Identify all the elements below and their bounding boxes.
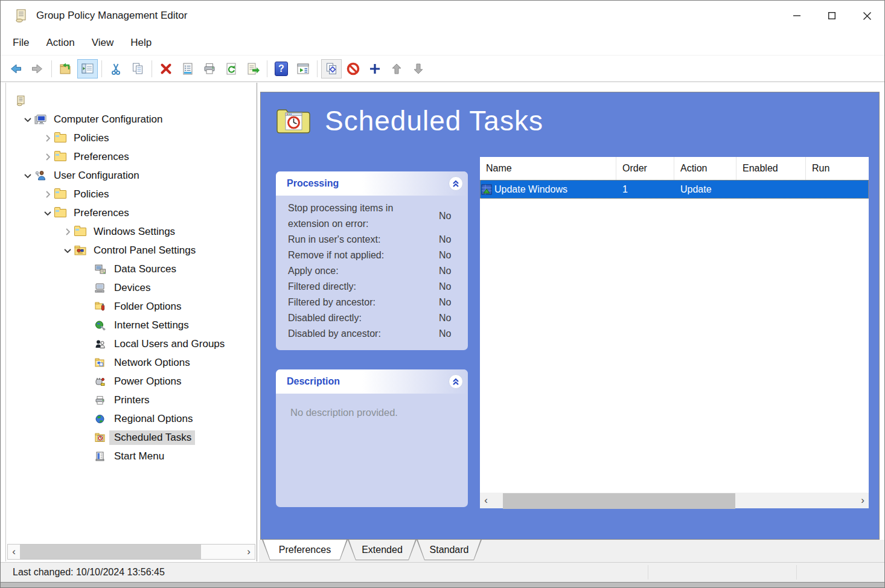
tree-item-local-users-and-groups[interactable]: Local Users and Groups: [7, 334, 255, 353]
column-header-run[interactable]: Run: [806, 157, 869, 180]
show-console-tree-icon[interactable]: [77, 59, 98, 78]
processing-value: No: [439, 248, 459, 263]
menu-file[interactable]: File: [1, 31, 37, 55]
scroll-thumb[interactable]: [20, 545, 201, 559]
chevron-right-icon[interactable]: [61, 226, 74, 238]
chevron-down-icon[interactable]: [21, 170, 34, 182]
tree-item-preferences-computer[interactable]: Preferences: [7, 147, 255, 166]
description-panel: Description No description provided.: [276, 369, 468, 507]
column-header-name[interactable]: Name: [480, 157, 616, 180]
properties-icon[interactable]: [177, 59, 198, 78]
printers-icon: [95, 395, 109, 406]
new-window-icon[interactable]: [293, 59, 313, 78]
menu-help[interactable]: Help: [122, 31, 160, 55]
collapse-chevron-icon[interactable]: [449, 176, 463, 191]
tree-item-label: Preferences: [74, 151, 129, 163]
scroll-left-arrow[interactable]: ‹: [480, 493, 492, 508]
delete-icon[interactable]: [156, 59, 176, 78]
window-title: Group Policy Management Editor: [36, 10, 187, 22]
tree-item-label: Local Users and Groups: [114, 338, 225, 350]
processing-label: Disabled directly:: [288, 310, 439, 326]
chevron-right-icon[interactable]: [41, 188, 54, 200]
data-sources-icon: [95, 264, 109, 275]
tree-item-label: Start Menu: [114, 450, 164, 462]
xml-view-icon[interactable]: [321, 59, 342, 78]
tab-extended[interactable]: Extended: [348, 540, 417, 560]
table-row-update-windows[interactable]: Update Windows 1 Update: [480, 180, 869, 199]
pane-title: Scheduled Tasks: [325, 104, 543, 137]
tree-item-regional-options[interactable]: Regional Options: [7, 409, 255, 428]
tree-item-policies-user[interactable]: Policies: [7, 185, 255, 203]
processing-value: No: [439, 208, 459, 224]
chevron-down-icon[interactable]: [41, 207, 54, 219]
tree-item-preferences-user[interactable]: Preferences: [7, 203, 255, 222]
tree-item-user-configuration[interactable]: User Configuration: [7, 166, 255, 185]
menu-view[interactable]: View: [83, 31, 123, 55]
processing-label: Filtered by ancestor:: [288, 295, 439, 310]
column-header-order[interactable]: Order: [616, 157, 674, 180]
chevron-down-icon[interactable]: [21, 113, 34, 126]
move-down-icon[interactable]: [408, 59, 429, 78]
chevron-right-icon[interactable]: [41, 132, 54, 144]
tree-item-label: Regional Options: [114, 413, 193, 425]
export-list-icon[interactable]: [243, 59, 263, 78]
chevron-down-icon[interactable]: [61, 244, 74, 257]
tree-item-label: Printers: [114, 394, 150, 406]
title-bar: Group Policy Management Editor: [1, 1, 884, 31]
tree-item-gpo-root[interactable]: [7, 91, 255, 110]
status-bar: Last changed: 10/10/2024 13:56:45: [1, 562, 884, 582]
tree-item-control-panel-settings[interactable]: Control Panel Settings: [7, 241, 255, 260]
column-header-enabled[interactable]: Enabled: [736, 157, 806, 180]
processing-value: No: [439, 295, 459, 310]
tree-item-devices[interactable]: Devices: [7, 278, 255, 297]
tree-item-windows-settings[interactable]: Windows Settings: [7, 222, 255, 241]
help-icon[interactable]: ?: [271, 59, 292, 78]
forward-icon[interactable]: [27, 59, 48, 78]
tree-item-printers[interactable]: Printers: [7, 391, 255, 409]
minimize-button[interactable]: [779, 1, 814, 31]
tree-item-computer-configuration[interactable]: Computer Configuration: [7, 110, 255, 129]
tree-item-scheduled-tasks[interactable]: Scheduled Tasks: [7, 428, 255, 447]
add-icon[interactable]: [365, 59, 385, 78]
window-controls: [779, 1, 884, 31]
tree-item-policies-computer[interactable]: Policies: [7, 129, 255, 147]
task-name: Update Windows: [494, 184, 567, 195]
tree-item-label: Control Panel Settings: [94, 244, 196, 257]
copy-icon[interactable]: [127, 59, 148, 78]
tree-item-label: Windows Settings: [94, 226, 175, 238]
disable-icon[interactable]: [343, 59, 363, 78]
move-up-icon[interactable]: [386, 59, 407, 78]
processing-label: Disabled by ancestor:: [288, 326, 439, 342]
scroll-left-arrow[interactable]: ‹: [8, 545, 20, 559]
refresh-icon[interactable]: [221, 59, 241, 78]
close-button[interactable]: [849, 1, 884, 31]
menu-action[interactable]: Action: [37, 31, 83, 55]
column-header-action[interactable]: Action: [674, 157, 736, 180]
tree-item-start-menu[interactable]: Start Menu: [7, 447, 255, 465]
chevron-right-icon[interactable]: [41, 151, 54, 163]
devices-icon: [95, 283, 109, 293]
tree-item-network-options[interactable]: Network Options: [7, 353, 255, 372]
back-icon[interactable]: [5, 59, 26, 78]
cut-icon[interactable]: [106, 59, 126, 78]
print-icon[interactable]: [199, 59, 220, 78]
scroll-right-arrow[interactable]: ›: [243, 545, 255, 559]
tree-item-data-sources[interactable]: Data Sources: [7, 260, 255, 278]
maximize-button[interactable]: [814, 1, 849, 31]
tab-standard[interactable]: Standard: [417, 540, 482, 560]
tree-item-internet-settings[interactable]: Internet Settings: [7, 316, 255, 334]
view-tab-strip: Preferences Extended Standard: [259, 540, 884, 562]
scroll-thumb[interactable]: [503, 493, 735, 509]
scroll-right-arrow[interactable]: ›: [857, 493, 869, 508]
tree-horizontal-scrollbar: ‹ ›: [7, 544, 255, 560]
scroll-track[interactable]: [492, 493, 857, 508]
description-panel-header: Description: [276, 369, 468, 394]
up-one-level-icon[interactable]: [56, 59, 76, 78]
collapse-chevron-icon[interactable]: [449, 374, 463, 389]
scroll-track[interactable]: [20, 545, 243, 559]
tree-item-folder-options[interactable]: Folder Options: [7, 297, 255, 316]
tree-item-label: Computer Configuration: [54, 113, 162, 126]
tab-preferences[interactable]: Preferences: [262, 540, 348, 560]
task-order: 1: [616, 184, 674, 195]
tree-item-power-options[interactable]: Power Options: [7, 372, 255, 391]
